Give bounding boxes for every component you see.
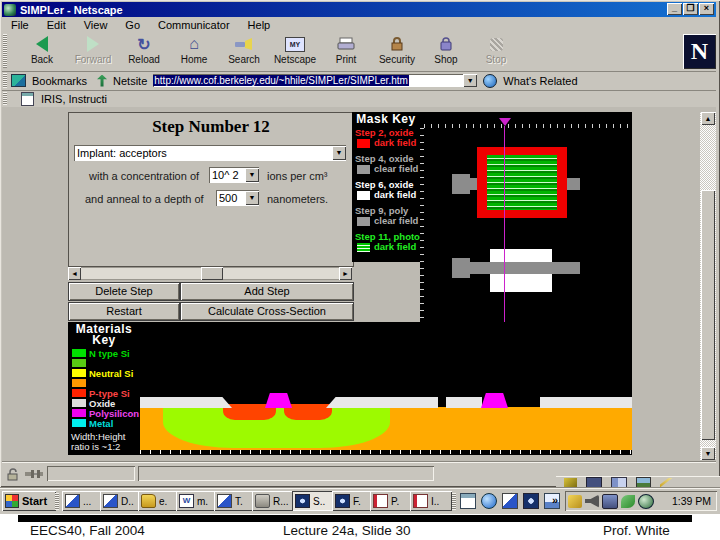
personal-bookmark[interactable]: IRIS, Instructi <box>41 93 107 105</box>
task-button[interactable]: R... <box>252 491 294 511</box>
task-button[interactable]: T. <box>214 491 254 511</box>
url-field[interactable]: http://www.cof.berkeley.edu/~hhile/SIMPL… <box>153 74 463 87</box>
task-button[interactable]: W m. <box>176 491 216 511</box>
depth-label: and anneal to a depth of <box>85 193 204 205</box>
netscape-button[interactable]: MY Netscape <box>270 34 320 69</box>
delete-step-button[interactable]: Delete Step <box>68 282 180 301</box>
personal-grip[interactable] <box>3 92 7 105</box>
cross-section-ruler <box>140 450 632 454</box>
taskbar-clock[interactable]: 1:39 PM <box>672 495 711 507</box>
material-label: N type Si <box>89 348 130 359</box>
mask-key-field: dark field <box>374 189 416 200</box>
url-dropdown-arrow[interactable] <box>463 74 477 87</box>
menu-go[interactable]: Go <box>116 19 149 31</box>
minimize-button[interactable]: _ <box>667 3 682 15</box>
concentration-select[interactable]: 10^ 2 <box>209 167 259 183</box>
tray-network-icon[interactable] <box>602 494 618 509</box>
security-button[interactable]: Security <box>372 34 422 69</box>
ie-icon[interactable] <box>481 493 497 509</box>
task-button[interactable]: ... <box>62 491 102 511</box>
scroll-right-icon[interactable]: ► <box>339 267 352 280</box>
pen-icon[interactable] <box>660 478 673 488</box>
add-step-button[interactable]: Add Step <box>180 282 354 301</box>
scroll-down-icon[interactable]: ▼ <box>701 447 715 460</box>
concentration-label: with a concentration of <box>89 170 199 182</box>
cut-line-marker-icon[interactable] <box>499 118 511 132</box>
taskbar-grip[interactable] <box>55 493 59 510</box>
vscroll-thumb[interactable] <box>701 190 715 440</box>
mask-key-swatch <box>357 243 370 252</box>
search-icon <box>219 34 269 54</box>
cross-section-canvas[interactable] <box>140 322 632 455</box>
tray-scheduler-icon[interactable] <box>568 495 582 508</box>
step-type-select[interactable]: Implant: acceptors <box>74 145 346 161</box>
materials-key-title: Materials Key <box>68 322 140 346</box>
restore-button[interactable]: ❐ <box>683 3 698 15</box>
back-button[interactable]: Back <box>17 34 67 69</box>
tray-volume-icon[interactable] <box>585 495 599 508</box>
url-text: http://www.cof.berkeley.edu/~hhile/SIMPL… <box>153 75 409 86</box>
title-bar[interactable]: SIMPLer - Netscape _ ❐ × <box>2 2 716 17</box>
step-scrollbar[interactable]: ◄ ► <box>68 267 352 280</box>
status-progress <box>47 466 135 481</box>
show-desktop-icon[interactable] <box>460 493 476 509</box>
shop-button[interactable]: Shop <box>421 34 471 69</box>
windows-icon[interactable] <box>611 477 627 489</box>
tray-globe-icon[interactable] <box>638 494 654 509</box>
menu-communicator[interactable]: Communicator <box>149 19 239 31</box>
task-button[interactable]: F. <box>332 491 372 511</box>
mask-key-swatch <box>357 191 370 200</box>
netscape-flag-icon[interactable] <box>502 493 518 509</box>
depth-select[interactable]: 500 <box>216 190 259 206</box>
quicklaunch-grip[interactable] <box>452 493 456 510</box>
materials-key-panel: Materials Key N type Si Neutral Si P-typ… <box>68 322 140 455</box>
toolbar-grip[interactable] <box>3 34 7 68</box>
menu-file[interactable]: File <box>2 19 38 31</box>
home-button[interactable]: ⌂ Home <box>169 34 219 69</box>
chevron-more-icon[interactable]: » <box>552 494 558 506</box>
mask-layout-canvas[interactable] <box>420 112 632 322</box>
start-button[interactable]: Start <box>2 491 56 511</box>
location-bar: Bookmarks Netsite http://www.cof.berkele… <box>2 71 716 91</box>
home-icon: ⌂ <box>169 34 219 54</box>
close-button[interactable]: × <box>699 3 714 15</box>
netscape-logo[interactable]: N <box>683 34 716 69</box>
tray-refresh-icon[interactable] <box>621 495 635 508</box>
key-icon[interactable] <box>564 478 577 488</box>
scroll-up-icon[interactable]: ▲ <box>701 112 715 125</box>
scroll-thumb[interactable] <box>201 267 223 280</box>
display-icon[interactable] <box>586 477 602 489</box>
bookmarks-icon <box>11 74 26 87</box>
calculate-cross-section-button[interactable]: Calculate Cross-Section <box>180 302 354 321</box>
location-grip[interactable] <box>3 73 7 88</box>
netscape-flag-icon <box>65 494 80 508</box>
mask-key-swatch <box>357 165 370 174</box>
material-swatch <box>72 399 86 407</box>
task-button[interactable]: P. <box>370 491 412 511</box>
print-button[interactable]: Print <box>321 34 371 69</box>
concentration-arrow-icon <box>245 168 259 182</box>
search-button[interactable]: Search <box>219 34 269 69</box>
back-icon <box>17 34 67 54</box>
task-button-active[interactable]: S.. <box>292 491 334 511</box>
bookmarks-label[interactable]: Bookmarks <box>32 75 87 87</box>
material-label: Metal <box>89 418 113 429</box>
image-icon[interactable] <box>636 477 651 489</box>
security-status-icon[interactable] <box>6 467 20 481</box>
menu-help[interactable]: Help <box>239 19 280 31</box>
scroll-left-icon[interactable]: ◄ <box>68 267 81 280</box>
netscape-n-icon[interactable] <box>523 493 539 509</box>
cut-line[interactable] <box>504 126 505 322</box>
reload-button[interactable]: ↻ Reload <box>119 34 169 69</box>
restart-button[interactable]: Restart <box>68 302 180 321</box>
page-vscrollbar[interactable]: ▲ ▼ <box>700 112 716 460</box>
poly-gate-left <box>265 393 292 408</box>
connection-plug-icon <box>24 468 44 480</box>
task-button[interactable]: I.. <box>410 491 452 511</box>
task-button[interactable]: D.. <box>100 491 140 511</box>
oxide-segment <box>446 397 482 408</box>
task-button[interactable]: e. <box>138 491 178 511</box>
menu-view[interactable]: View <box>75 19 117 31</box>
menu-edit[interactable]: Edit <box>38 19 75 31</box>
whats-related-label[interactable]: What's Related <box>503 75 577 87</box>
